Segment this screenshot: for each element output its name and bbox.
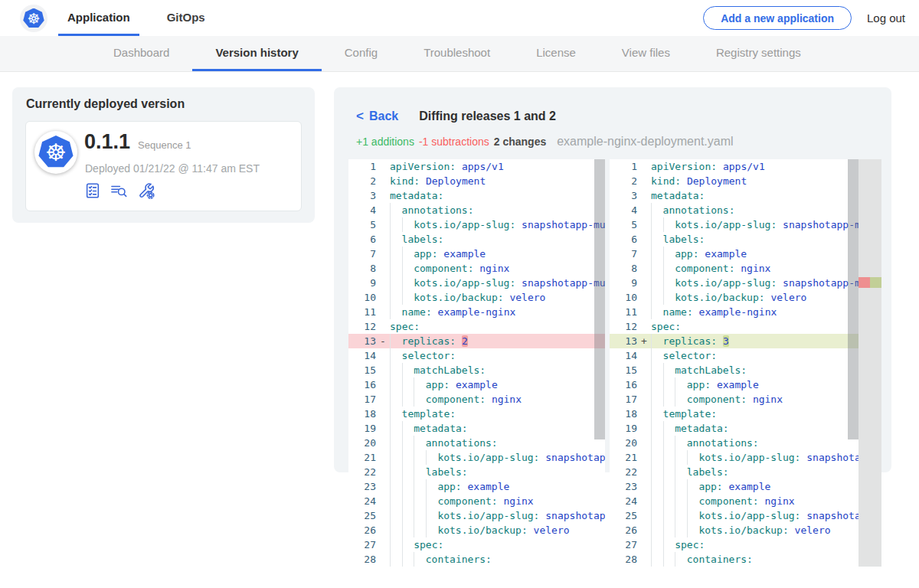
subnav-item-config[interactable]: Config <box>322 36 401 71</box>
code-line: 14selector: <box>610 348 858 363</box>
yaml-key: kots.io/app-slug: <box>698 508 800 523</box>
line-number: 21 <box>348 450 376 465</box>
yaml-key: kots.io/app-slug: <box>698 450 800 465</box>
indent-guide <box>414 377 426 392</box>
indent-guide <box>390 363 402 377</box>
indent-guide <box>414 392 426 407</box>
yaml-key: app: <box>698 479 722 494</box>
yaml-key: containers: <box>426 552 492 567</box>
code-line: 2kind: Deployment <box>610 174 858 188</box>
k8s-wheel-glyph: ☸ <box>27 11 40 26</box>
yaml-key: kots.io/app-slug: <box>437 508 539 523</box>
line-number: 21 <box>610 450 637 465</box>
original-vertical-scrollbar[interactable] <box>594 159 605 439</box>
indent-guide <box>663 465 675 479</box>
add-application-button[interactable]: Add a new application <box>703 6 852 30</box>
indent-guide <box>651 348 663 363</box>
code-line: 21kots.io/app-slug: snapshotap <box>610 450 858 465</box>
indent-guide <box>402 261 414 276</box>
diff-sign <box>376 436 390 450</box>
diff-sign <box>637 377 651 392</box>
yaml-value: velero <box>504 290 546 305</box>
indent-guide <box>390 421 402 436</box>
code-line: 3metadata: <box>610 188 858 203</box>
subnav-item-view-files[interactable]: View files <box>599 36 693 71</box>
diff-sign <box>376 232 390 247</box>
code-line: 11name: example-nginx <box>348 305 605 319</box>
indent-guide <box>402 537 414 552</box>
code-line: 23app: example <box>348 479 605 494</box>
subnav-item-dashboard[interactable]: Dashboard <box>90 36 192 71</box>
yaml-key: app: <box>687 377 711 392</box>
subnav-item-registry-settings[interactable]: Registry settings <box>693 36 824 71</box>
subnav-item-license[interactable]: License <box>513 36 599 71</box>
yaml-value: 3 <box>717 334 729 348</box>
yaml-key: kots.io/backup: <box>675 290 764 305</box>
line-number: 2 <box>348 174 376 188</box>
indent-guide <box>651 203 663 217</box>
indent-guide <box>426 523 438 537</box>
code-line: 13-replicas: 2 <box>348 334 605 348</box>
line-number: 26 <box>348 523 376 537</box>
line-number: 2 <box>610 174 637 188</box>
diff-sign <box>637 261 651 276</box>
code-line: 27spec: <box>348 537 605 552</box>
yaml-key: spec: <box>651 319 681 334</box>
yaml-key: matchLabels: <box>675 363 747 377</box>
subnav-item-troubleshoot[interactable]: Troubleshoot <box>401 36 513 71</box>
indent-guide <box>687 479 699 494</box>
diff-sign <box>376 552 390 567</box>
indent-guide <box>651 363 663 377</box>
yaml-value: example <box>723 479 771 494</box>
yaml-value: snapshotapp-mu <box>777 217 858 232</box>
code-line: 15matchLabels: <box>610 363 858 377</box>
edit-config-icon[interactable] <box>137 181 155 200</box>
yaml-key: template: <box>663 407 717 421</box>
indent-guide <box>675 436 687 450</box>
tab-gitops[interactable]: GitOps <box>158 0 214 36</box>
yaml-key: labels: <box>426 465 468 479</box>
back-chevron-icon[interactable]: < <box>356 109 364 124</box>
diff-sign <box>376 523 390 537</box>
code-line: 10kots.io/backup: velero <box>348 290 605 305</box>
yaml-key: component: <box>437 494 497 508</box>
logout-link[interactable]: Log out <box>867 0 905 36</box>
indent-guide <box>663 247 675 261</box>
subnav-item-version-history[interactable]: Version history <box>192 36 321 71</box>
yaml-key: annotations: <box>426 436 498 450</box>
indent-guide <box>414 523 426 537</box>
code-line: 22labels: <box>348 465 605 479</box>
yaml-value: snapshotap <box>539 508 605 523</box>
indent-guide <box>390 465 402 479</box>
preflight-checks-icon[interactable] <box>84 182 101 199</box>
line-number: 13 <box>610 334 637 348</box>
app-kubernetes-icon: ☸ <box>34 131 77 174</box>
diff-sign <box>376 494 390 508</box>
yaml-key: app: <box>414 247 437 261</box>
code-line: 20annotations: <box>348 436 605 450</box>
indent-guide <box>663 479 675 494</box>
tab-application[interactable]: Application <box>58 0 139 36</box>
view-logs-icon[interactable] <box>110 182 129 199</box>
line-number: 25 <box>348 508 376 523</box>
diff-sign <box>376 290 390 305</box>
indent-guide <box>414 436 426 450</box>
deployed-timestamp: Deployed 01/21/22 @ 11:47 am EST <box>85 162 260 175</box>
yaml-value: snapshotap <box>800 450 858 465</box>
yaml-key: kots.io/app-slug: <box>675 217 777 232</box>
added-char-highlight: 3 <box>723 335 729 347</box>
indent-guide <box>390 494 402 508</box>
back-link[interactable]: Back <box>369 109 398 123</box>
code-line: 18template: <box>610 407 858 421</box>
code-line: 23app: example <box>610 479 858 494</box>
code-line: 24component: nginx <box>610 494 858 508</box>
line-number: 27 <box>348 537 376 552</box>
line-number: 11 <box>610 305 637 319</box>
indent-guide <box>426 450 438 465</box>
yaml-key: kots.io/app-slug: <box>414 217 515 232</box>
modified-vertical-scrollbar[interactable] <box>848 159 858 439</box>
deployed-card-title: Currently deployed version <box>26 97 301 111</box>
yaml-value: velero <box>765 290 807 305</box>
code-line: 24component: nginx <box>348 494 605 508</box>
indent-guide <box>651 290 663 305</box>
